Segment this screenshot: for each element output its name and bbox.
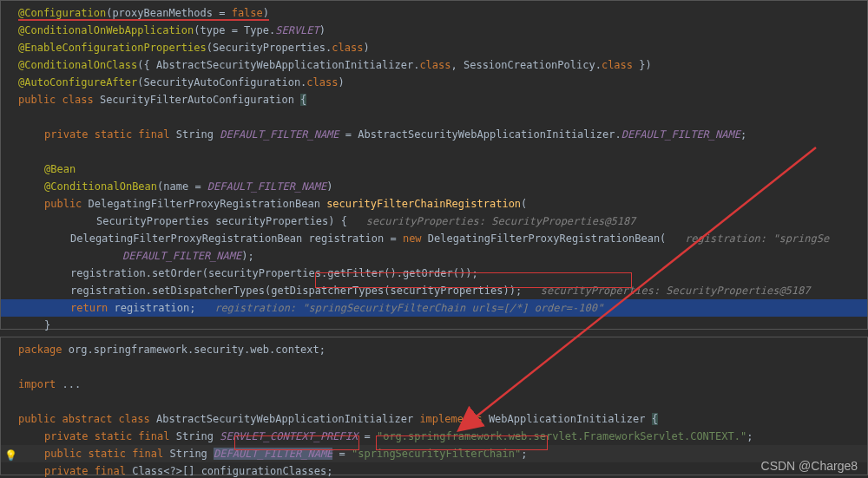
code-line: public class SecurityFilterAutoConfigura… — [1, 91, 867, 108]
code-line: @AutoConfigureAfter(SecurityAutoConfigur… — [1, 74, 867, 91]
code-line: registration.setDispatcherTypes(getDispa… — [1, 282, 867, 299]
code-line: public DelegatingFilterProxyRegistration… — [1, 195, 867, 213]
code-line: import ... — [1, 376, 867, 393]
code-line: @EnableConfigurationProperties(SecurityP… — [1, 39, 867, 56]
code-line: @Configuration(proxyBeanMethods = false) — [1, 4, 867, 22]
code-line: @Bean — [1, 160, 867, 178]
lightbulb-icon[interactable]: 💡 — [4, 448, 15, 458]
code-line — [1, 358, 867, 376]
code-line: private final Class<?>[] configurationCl… — [1, 462, 867, 478]
watermark-text: CSDN @Charge8 — [761, 459, 858, 473]
code-line: DEFAULT_FILTER_NAME); — [1, 247, 867, 265]
code-editor-bottom[interactable]: package org.springframework.security.web… — [0, 337, 868, 475]
code-line: registration.setOrder(securityProperties… — [1, 265, 867, 282]
code-line — [1, 108, 867, 126]
code-line: private static final String DEFAULT_FILT… — [1, 126, 867, 143]
code-line: DelegatingFilterProxyRegistrationBean re… — [1, 230, 867, 247]
code-line: @ConditionalOnWebApplication(type = Type… — [1, 22, 867, 39]
code-line: private static final String SERVLET_CONT… — [1, 428, 867, 445]
code-line: package org.springframework.security.web… — [1, 341, 867, 358]
code-line: public abstract class AbstractSecurityWe… — [1, 410, 867, 428]
code-line: } — [1, 317, 867, 334]
code-editor-top[interactable]: @Configuration(proxyBeanMethods = false)… — [0, 0, 868, 330]
code-line — [1, 393, 867, 410]
code-line: @ConditionalOnBean(name = DEFAULT_FILTER… — [1, 178, 867, 195]
code-line-caret: 💡public static final String DEFAULT_FILT… — [1, 445, 867, 462]
code-line: SecurityProperties securityProperties) {… — [1, 213, 867, 230]
code-line-highlighted: return registration; registration: "spri… — [1, 299, 867, 317]
code-line — [1, 143, 867, 160]
code-line: @ConditionalOnClass({ AbstractSecurityWe… — [1, 56, 867, 74]
